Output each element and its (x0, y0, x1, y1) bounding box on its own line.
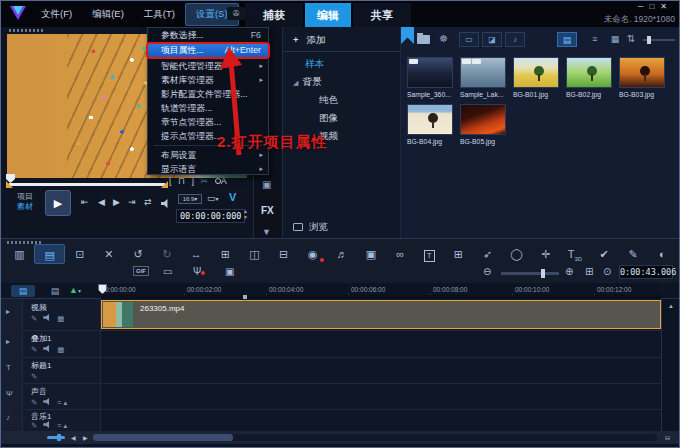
project-duration-display[interactable]: 0:00:43.006 (619, 265, 673, 279)
batch-convert-icon[interactable]: ✔ (590, 244, 619, 264)
nav-item-sample[interactable]: 样本 (305, 58, 324, 71)
scroll-left-button[interactable]: ◀ (71, 434, 76, 441)
view-thumbs-button[interactable]: ▤ (557, 32, 577, 47)
minimize-button[interactable]: ─ (638, 2, 650, 11)
track-controls[interactable]: ✎▦ (31, 314, 64, 323)
play-button[interactable]: ▶ (45, 190, 71, 216)
pencil-icon[interactable]: ✎ (31, 398, 37, 407)
filter-audio-button[interactable]: ♪ (505, 32, 525, 47)
home-button[interactable]: ⇤ (81, 197, 89, 207)
overlay-track-icon[interactable]: ▸ (6, 337, 10, 346)
copy-icon[interactable]: ⊡ (65, 244, 94, 264)
subtitle-editor-icon[interactable]: T (415, 244, 444, 264)
close-button[interactable]: ✕ (660, 2, 673, 11)
import-media-icon[interactable] (417, 35, 430, 44)
next-frame-button[interactable]: ▶ (113, 197, 120, 207)
library-item-thumb[interactable] (460, 104, 506, 135)
track-name-title[interactable]: 标题1 (31, 360, 51, 371)
scroll-up-icon[interactable]: ▲ (668, 303, 674, 309)
corner-resize-icon[interactable]: ⊟ (665, 434, 670, 441)
undo-icon[interactable]: ↺ (124, 244, 153, 264)
voiceover-mic-icon[interactable]: Ψ (193, 266, 201, 277)
sort-icon[interactable]: ⇅ (627, 33, 635, 44)
music-track-icon[interactable]: ♪ (6, 413, 10, 422)
track-view-alt-button[interactable]: ▤ (43, 285, 67, 297)
track-name-voice[interactable]: 声音 (31, 386, 47, 397)
menu-item-display-language[interactable]: 显示语言▸ (148, 162, 268, 176)
scroll-right-button[interactable]: ▶ (83, 434, 88, 441)
multitrim-icon[interactable]: ⊟ (269, 244, 298, 264)
storyboard-view-icon[interactable]: ▥ (5, 244, 34, 264)
track-height-slider[interactable] (47, 436, 65, 439)
fade-icon[interactable]: ▴ (64, 421, 68, 430)
track-controls[interactable]: ✎▦ (31, 345, 64, 354)
pencil-icon[interactable]: ✎ (31, 314, 37, 323)
track-name-overlay[interactable]: 叠加1 (31, 333, 51, 344)
duration-clock-icon[interactable]: ⊙ (603, 266, 611, 277)
tab-edit[interactable]: 编辑 (305, 3, 351, 27)
redo-icon[interactable]: ↻ (153, 244, 182, 264)
pencil-icon[interactable]: ✎ (31, 345, 37, 354)
snapshot-button[interactable]: ▭▾ (207, 193, 219, 203)
track-name-video[interactable]: 视频 (31, 302, 47, 313)
horizontal-scrollbar[interactable] (93, 434, 657, 441)
fx-button[interactable]: FX (261, 205, 274, 216)
aspect-ratio-button[interactable]: 16:9▾ (178, 194, 202, 204)
v-mark-button[interactable]: V (229, 191, 236, 203)
mask-creator-icon[interactable]: ◯ (502, 244, 531, 264)
track-view-button[interactable]: ▤ (11, 285, 35, 297)
nav-item-background[interactable]: ◢背景 (293, 76, 321, 89)
stop-motion-icon[interactable]: ▣ (225, 266, 234, 277)
camera-icon[interactable]: ✇ (227, 7, 245, 20)
mark-out-icon[interactable]: ] (192, 176, 197, 186)
pencil-icon[interactable]: ✎ (31, 421, 37, 430)
scrubber-playhead[interactable] (6, 174, 15, 183)
timecode-stepper[interactable]: ▲▼ (243, 208, 248, 220)
preview-timecode[interactable]: 00:00:00:000 (176, 209, 245, 223)
template-icon[interactable]: ⊞ (444, 244, 473, 264)
menu-file[interactable]: 文件(F) (31, 4, 82, 25)
mode-clip[interactable]: 素材 (17, 202, 33, 212)
view-grid-button[interactable]: ▦ (605, 32, 625, 47)
split-clip-icon[interactable]: ✂ (201, 176, 211, 186)
track-controls[interactable]: ✎≈ ▴ (31, 398, 67, 407)
timeline-view-icon[interactable]: ▤ (34, 244, 65, 264)
fit-window-icon[interactable]: ↔ (182, 244, 211, 264)
menu-edit[interactable]: 编辑(E) (82, 4, 134, 25)
fit-timeline-icon[interactable]: ⊞ (585, 266, 593, 277)
filter-photo-button[interactable]: ◪ (482, 32, 502, 47)
face-tracking-icon[interactable]: ✛ (531, 244, 560, 264)
speaker-icon[interactable] (43, 398, 51, 405)
repeat-button[interactable]: ⇄ (144, 197, 152, 207)
speaker-icon[interactable] (43, 345, 51, 352)
tab-share[interactable]: 共享 (353, 3, 411, 27)
motion-tracking-icon[interactable]: ➶ (473, 244, 502, 264)
video-track-icon[interactable]: ▸ (6, 307, 10, 316)
fade-icon[interactable]: ▴ (64, 398, 68, 407)
menu-tools[interactable]: 工具(T) (134, 4, 185, 25)
expand-icon[interactable]: ◢ (293, 79, 298, 86)
pencil-icon[interactable]: ✎ (31, 372, 37, 381)
timeline-zoom-slider[interactable] (501, 272, 559, 275)
library-item-thumb[interactable] (407, 104, 453, 135)
scrollbar-thumb[interactable] (93, 434, 233, 441)
voice-track-icon[interactable]: Ψ (6, 389, 13, 398)
slider-thumb[interactable] (647, 36, 651, 44)
auto-music-icon[interactable]: ♬ (327, 244, 356, 264)
volume-icon[interactable] (161, 199, 170, 208)
mark-in-icon[interactable]: [ (169, 176, 174, 186)
slideshow-icon[interactable]: ▣ (357, 244, 386, 264)
library-item-thumb[interactable] (460, 57, 506, 88)
enlarge-preview-icon[interactable] (215, 178, 221, 184)
media-library-icon[interactable]: ▣ (262, 179, 271, 190)
cloud-media-icon[interactable]: ∞ (386, 244, 415, 264)
zoom-out-icon[interactable]: ⊖ (483, 266, 491, 277)
fit-project-icon[interactable]: ⊞ (211, 244, 240, 264)
thumb-size-slider[interactable] (643, 39, 675, 41)
nav-item-solid-color[interactable]: 纯色 (319, 94, 338, 107)
add-folder-button[interactable]: +添加 (293, 34, 326, 47)
color-adjust-icon[interactable]: ◐ (648, 244, 677, 264)
end-button[interactable]: ⇥ (128, 197, 136, 207)
previous-frame-button[interactable]: ◀ (98, 197, 105, 207)
nav-item-image[interactable]: 图像 (319, 112, 338, 125)
